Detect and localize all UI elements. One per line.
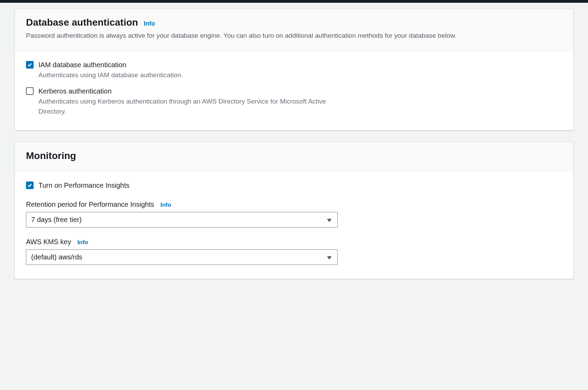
page-section-title-auth: Database authentication bbox=[26, 17, 138, 28]
panel-description-auth: Password authentication is always active… bbox=[26, 31, 562, 41]
kerberos-auth-label: Kerberos authentication bbox=[38, 86, 336, 96]
check-icon bbox=[27, 183, 32, 188]
retention-select[interactable]: 7 days (free tier) bbox=[26, 212, 338, 228]
iam-auth-label: IAM database authentication bbox=[38, 60, 336, 70]
kerberos-auth-option: Kerberos authentication Authenticates us… bbox=[26, 86, 562, 116]
chevron-down-icon bbox=[327, 253, 332, 261]
kms-field: AWS KMS key Info (default) aws/rds bbox=[26, 238, 562, 265]
info-link-retention[interactable]: Info bbox=[160, 202, 171, 209]
kms-label: AWS KMS key bbox=[26, 238, 71, 246]
info-link-kms[interactable]: Info bbox=[77, 239, 88, 246]
retention-label: Retention period for Performance Insight… bbox=[26, 201, 154, 209]
panel-header-auth: Database authentication Info Password au… bbox=[15, 9, 573, 51]
database-authentication-panel: Database authentication Info Password au… bbox=[15, 8, 573, 131]
panel-header-monitoring: Monitoring bbox=[15, 142, 573, 171]
retention-field: Retention period for Performance Insight… bbox=[26, 201, 562, 228]
svg-marker-1 bbox=[327, 256, 332, 259]
check-icon bbox=[27, 62, 32, 67]
iam-auth-checkbox[interactable] bbox=[26, 61, 34, 69]
performance-insights-content: Turn on Performance Insights bbox=[38, 180, 336, 190]
iam-auth-option: IAM database authentication Authenticate… bbox=[26, 60, 562, 80]
panel-body-auth: IAM database authentication Authenticate… bbox=[15, 51, 573, 131]
page-section-title-monitoring: Monitoring bbox=[26, 150, 562, 161]
iam-auth-desc: Authenticates using IAM database authent… bbox=[38, 70, 336, 80]
retention-label-row: Retention period for Performance Insight… bbox=[26, 201, 562, 209]
info-link-auth[interactable]: Info bbox=[144, 20, 155, 27]
performance-insights-label: Turn on Performance Insights bbox=[38, 180, 336, 190]
kms-label-row: AWS KMS key Info bbox=[26, 238, 562, 246]
iam-auth-content: IAM database authentication Authenticate… bbox=[38, 60, 336, 80]
monitoring-panel: Monitoring Turn on Performance Insights … bbox=[15, 142, 573, 279]
performance-insights-checkbox[interactable] bbox=[26, 181, 34, 189]
main-container: Database authentication Info Password au… bbox=[0, 3, 588, 305]
performance-insights-option: Turn on Performance Insights bbox=[26, 180, 562, 190]
kerberos-auth-checkbox[interactable] bbox=[26, 87, 34, 95]
panel-body-monitoring: Turn on Performance Insights Retention p… bbox=[15, 171, 573, 279]
top-bar bbox=[0, 0, 588, 3]
svg-marker-0 bbox=[327, 219, 332, 222]
kms-select[interactable]: (default) aws/rds bbox=[26, 249, 338, 265]
panel-title-row: Database authentication Info bbox=[26, 17, 562, 28]
chevron-down-icon bbox=[327, 216, 332, 224]
kms-select-value: (default) aws/rds bbox=[31, 253, 82, 261]
kerberos-auth-content: Kerberos authentication Authenticates us… bbox=[38, 86, 336, 116]
kerberos-auth-desc: Authenticates using Kerberos authenticat… bbox=[38, 97, 336, 116]
retention-select-value: 7 days (free tier) bbox=[31, 216, 82, 224]
